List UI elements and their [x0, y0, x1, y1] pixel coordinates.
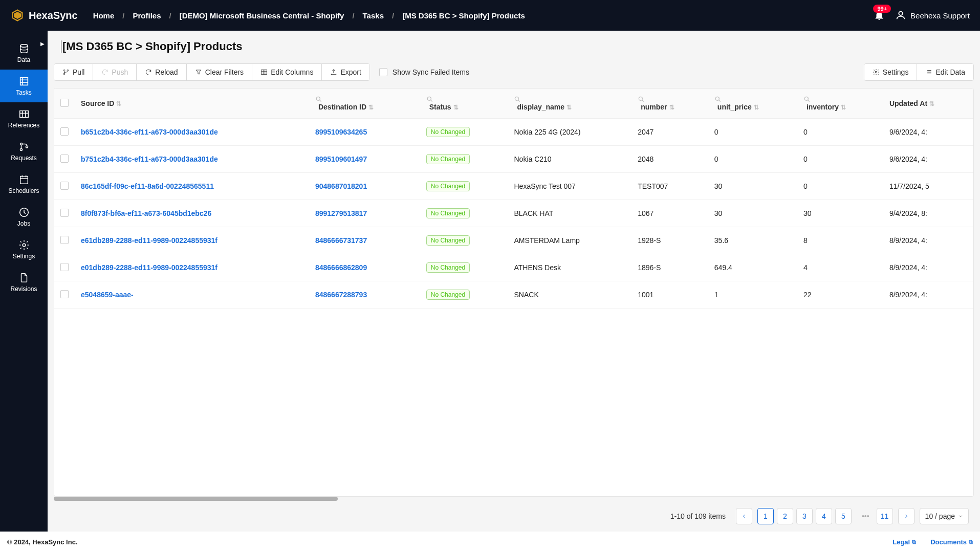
sidebar-item-data[interactable]: Data▶	[0, 37, 48, 70]
sort-icon[interactable]: ⇅	[567, 104, 572, 111]
page-number-button[interactable]: 3	[796, 508, 813, 524]
search-icon[interactable]	[315, 96, 414, 103]
edit-columns-button[interactable]: Edit Columns	[252, 64, 322, 80]
svg-point-5	[20, 148, 22, 150]
breadcrumb-item[interactable]: Tasks	[363, 11, 384, 20]
sort-icon[interactable]: ⇅	[116, 100, 121, 107]
table-row[interactable]: b651c2b4-336c-ef11-a673-000d3aa301de8995…	[54, 119, 973, 146]
row-checkbox[interactable]	[60, 209, 69, 217]
row-checkbox[interactable]	[60, 236, 69, 244]
destination-id-link[interactable]: 8995109634265	[315, 128, 367, 136]
user-name: Beehexa Support	[910, 11, 970, 20]
breadcrumb-item[interactable]: [MS D365 BC > Shopify] Products	[402, 11, 525, 20]
column-header[interactable]: number⇅	[631, 89, 708, 119]
search-icon[interactable]	[514, 96, 625, 103]
sort-icon[interactable]: ⇅	[841, 104, 846, 111]
sidebar-item-settings[interactable]: Settings	[0, 233, 48, 266]
prev-page-button[interactable]	[736, 508, 752, 524]
select-all-checkbox[interactable]	[60, 99, 69, 107]
search-icon[interactable]	[714, 96, 791, 103]
page-size-select[interactable]: 10 / page	[920, 508, 969, 524]
row-checkbox[interactable]	[60, 154, 69, 163]
table-row[interactable]: 86c165df-f09c-ef11-8a6d-0022485655119048…	[54, 173, 973, 200]
page-number-button[interactable]: 1	[757, 508, 774, 524]
column-header[interactable]: Status⇅	[420, 89, 508, 119]
next-page-button[interactable]	[898, 508, 914, 524]
destination-id-link[interactable]: 8486667288793	[315, 291, 367, 299]
pull-button[interactable]: Pull	[54, 64, 93, 80]
row-checkbox[interactable]	[60, 182, 69, 190]
column-header[interactable]: Destination ID⇅	[309, 89, 420, 119]
destination-id-link[interactable]: 8486666731737	[315, 236, 367, 245]
table-row[interactable]: e61db289-2288-ed11-9989-00224855931f8486…	[54, 227, 973, 254]
source-id-link[interactable]: e5048659-aaae-	[81, 291, 134, 299]
export-button[interactable]: Export	[322, 64, 369, 80]
unit-price-cell: 0	[708, 119, 797, 146]
source-id-link[interactable]: b651c2b4-336c-ef11-a673-000d3aa301de	[81, 128, 218, 136]
user-menu[interactable]: Beehexa Support	[895, 10, 970, 21]
breadcrumb-item[interactable]: [DEMO] Microsoft Business Central - Shop…	[180, 11, 344, 20]
horizontal-scrollbar[interactable]	[54, 497, 338, 501]
row-checkbox[interactable]	[60, 290, 69, 298]
edit-data-button[interactable]: Edit Data	[917, 64, 973, 80]
destination-id-link[interactable]: 8991279513817	[315, 209, 367, 217]
push-button[interactable]: Push	[93, 64, 137, 80]
sidebar-item-schedulers[interactable]: Schedulers	[0, 168, 48, 201]
table-row[interactable]: b751c2b4-336c-ef11-a673-000d3aa301de8995…	[54, 146, 973, 173]
svg-point-9	[23, 244, 26, 247]
sidebar-item-tasks[interactable]: Tasks	[0, 70, 48, 102]
sort-icon[interactable]: ⇅	[754, 104, 759, 111]
svg-point-17	[515, 97, 519, 100]
sidebar-item-references[interactable]: References	[0, 102, 48, 135]
brand-logo[interactable]: HexaSync	[10, 8, 78, 23]
source-id-link[interactable]: e01db289-2288-ed11-9989-00224855931f	[81, 263, 217, 272]
svg-point-4	[20, 143, 22, 145]
sort-icon[interactable]: ⇅	[368, 104, 374, 111]
last-page-button[interactable]: 11	[877, 508, 893, 524]
source-id-link[interactable]: 86c165df-f09c-ef11-8a6d-002248565511	[81, 182, 214, 190]
page-title: [MS D365 BC > Shopify] Products	[61, 40, 967, 53]
settings-button[interactable]: Settings	[864, 64, 918, 80]
sort-icon[interactable]: ⇅	[669, 104, 674, 111]
breadcrumb-item[interactable]: Home	[93, 11, 115, 20]
notifications-button[interactable]: 99+	[874, 10, 885, 21]
data-table[interactable]: Source ID⇅Destination ID⇅Status⇅display_…	[54, 88, 974, 497]
destination-id-link[interactable]: 8486666862809	[315, 263, 367, 272]
destination-id-link[interactable]: 8995109601497	[315, 155, 367, 163]
column-header[interactable]: unit_price⇅	[708, 89, 797, 119]
row-checkbox[interactable]	[60, 127, 69, 136]
table-row[interactable]: e5048659-aaae-8486667288793No ChangedSNA…	[54, 281, 973, 308]
reload-button[interactable]: Reload	[137, 64, 186, 80]
source-id-link[interactable]: 8f0f873f-bf6a-ef11-a673-6045bd1ebc26	[81, 209, 211, 217]
search-icon[interactable]	[803, 96, 877, 103]
sidebar-item-revisions[interactable]: Revisions	[0, 266, 48, 299]
column-header[interactable]: Updated At⇅	[883, 89, 973, 119]
sidebar-item-jobs[interactable]: Jobs	[0, 201, 48, 233]
clear-filters-button[interactable]: Clear Filters	[187, 64, 252, 80]
destination-id-link[interactable]: 9048687018201	[315, 182, 367, 190]
show-sync-failed-toggle[interactable]: Show Sync Failed Items	[379, 68, 469, 76]
sort-icon[interactable]: ⇅	[929, 100, 934, 107]
documents-link[interactable]: Documents⧉	[930, 538, 973, 546]
breadcrumb: Home/Profiles/[DEMO] Microsoft Business …	[93, 11, 874, 20]
sort-icon[interactable]: ⇅	[453, 104, 459, 111]
source-id-link[interactable]: e61db289-2288-ed11-9989-00224855931f	[81, 236, 217, 245]
page-number-button[interactable]: 4	[816, 508, 832, 524]
unit-price-cell: 35.6	[708, 227, 797, 254]
column-header[interactable]: display_name⇅	[508, 89, 631, 119]
search-icon[interactable]	[426, 96, 502, 103]
row-checkbox[interactable]	[60, 263, 69, 271]
updated-at-cell: 9/6/2024, 4:	[883, 119, 973, 146]
status-badge: No Changed	[426, 262, 470, 273]
search-icon[interactable]	[638, 96, 702, 103]
page-number-button[interactable]: 2	[777, 508, 793, 524]
breadcrumb-item[interactable]: Profiles	[133, 11, 161, 20]
table-row[interactable]: 8f0f873f-bf6a-ef11-a673-6045bd1ebc268991…	[54, 200, 973, 227]
column-header[interactable]: inventory⇅	[797, 89, 883, 119]
column-header[interactable]: Source ID⇅	[75, 89, 309, 119]
table-row[interactable]: e01db289-2288-ed11-9989-00224855931f8486…	[54, 254, 973, 281]
page-number-button[interactable]: 5	[835, 508, 852, 524]
sidebar-item-requests[interactable]: Requests	[0, 135, 48, 168]
legal-link[interactable]: Legal⧉	[892, 538, 916, 546]
source-id-link[interactable]: b751c2b4-336c-ef11-a673-000d3aa301de	[81, 155, 218, 163]
